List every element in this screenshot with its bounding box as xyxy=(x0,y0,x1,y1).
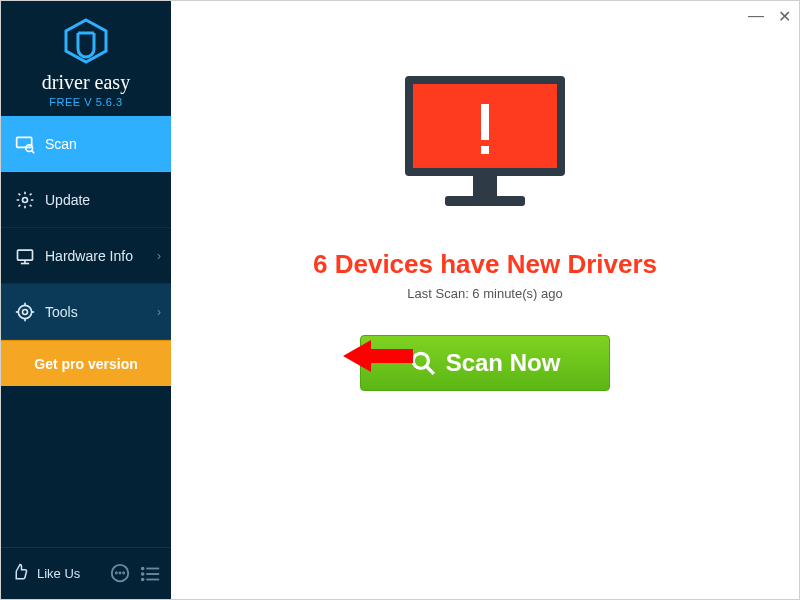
search-icon xyxy=(410,350,436,376)
sidebar: driver easy FREE V 5.6.3 Scan Update xyxy=(1,1,171,599)
svg-point-23 xyxy=(142,578,144,580)
nav-label: Tools xyxy=(45,304,78,320)
hardware-icon xyxy=(15,246,35,266)
window-controls: — ✕ xyxy=(748,7,791,26)
app-window: driver easy FREE V 5.6.3 Scan Update xyxy=(1,1,799,599)
monitor-alert-icon xyxy=(395,71,575,221)
svg-rect-29 xyxy=(473,176,497,196)
headline: 6 Devices have New Drivers xyxy=(313,249,657,280)
scan-icon xyxy=(15,134,35,154)
svg-point-31 xyxy=(413,353,428,368)
version-label: FREE V 5.6.3 xyxy=(1,96,171,108)
close-button[interactable]: ✕ xyxy=(778,7,791,26)
brand-name: driver easy xyxy=(1,71,171,94)
svg-line-4 xyxy=(32,150,34,153)
gear-icon xyxy=(15,190,35,210)
svg-point-18 xyxy=(123,572,124,573)
like-us-link[interactable]: Like Us xyxy=(37,566,80,581)
get-pro-button[interactable]: Get pro version xyxy=(1,340,171,386)
logo-area: driver easy FREE V 5.6.3 xyxy=(1,1,171,116)
scan-now-button[interactable]: Scan Now xyxy=(360,335,610,391)
svg-point-19 xyxy=(142,567,144,569)
logo-icon xyxy=(62,17,110,65)
main-panel: — ✕ 6 Devices have New Drivers Last Scan… xyxy=(171,1,799,599)
thumbs-up-icon xyxy=(11,563,29,584)
svg-point-17 xyxy=(119,572,120,573)
nav-item-update[interactable]: Update xyxy=(1,172,171,228)
svg-point-9 xyxy=(18,305,31,318)
nav: Scan Update Hardware Info › xyxy=(1,116,171,386)
svg-rect-30 xyxy=(445,196,525,206)
feedback-icon[interactable] xyxy=(109,563,131,585)
chevron-right-icon: › xyxy=(157,249,161,263)
svg-rect-2 xyxy=(17,137,32,147)
nav-label: Scan xyxy=(45,136,77,152)
nav-item-hardware-info[interactable]: Hardware Info › xyxy=(1,228,171,284)
chevron-right-icon: › xyxy=(157,305,161,319)
minimize-button[interactable]: — xyxy=(748,7,764,26)
scan-button-label: Scan Now xyxy=(446,349,561,377)
nav-item-tools[interactable]: Tools › xyxy=(1,284,171,340)
svg-rect-28 xyxy=(481,146,489,154)
menu-icon[interactable] xyxy=(139,563,161,585)
svg-rect-6 xyxy=(18,250,33,260)
svg-line-32 xyxy=(426,366,434,374)
svg-rect-27 xyxy=(481,104,489,140)
last-scan-label: Last Scan: 6 minute(s) ago xyxy=(407,286,562,301)
bottom-bar: Like Us xyxy=(1,547,171,599)
tools-icon xyxy=(15,302,35,322)
svg-point-10 xyxy=(23,309,28,314)
nav-label: Update xyxy=(45,192,90,208)
svg-point-21 xyxy=(142,573,144,575)
nav-item-scan[interactable]: Scan xyxy=(1,116,171,172)
svg-point-5 xyxy=(23,197,28,202)
svg-point-16 xyxy=(116,572,117,573)
content: 6 Devices have New Drivers Last Scan: 6 … xyxy=(171,1,799,391)
nav-label: Hardware Info xyxy=(45,248,133,264)
